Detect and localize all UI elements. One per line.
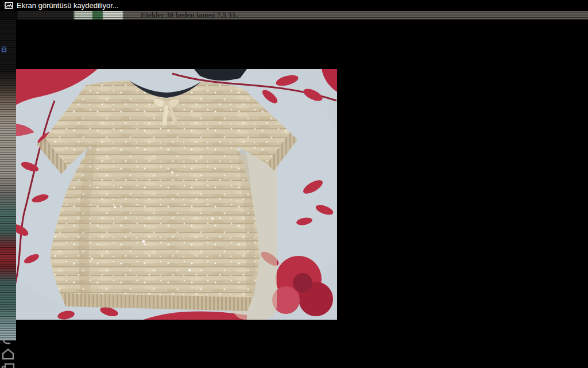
recents-icon — [0, 362, 16, 368]
home-button[interactable] — [0, 347, 588, 362]
status-notification-text: Ekran görüntüsü kaydediliyor... — [17, 1, 119, 10]
post-date: 2 Şubat 2015 — [0, 21, 588, 31]
background-page-left-edge: B — [0, 20, 16, 340]
screenshot-icon — [5, 2, 13, 9]
home-icon — [0, 347, 16, 360]
header-actions — [0, 31, 588, 59]
open-external-button[interactable] — [0, 31, 588, 45]
background-page-header: Etekler 38 beden tanesi 7.5 TL — [0, 10, 588, 20]
recents-button[interactable] — [0, 362, 588, 368]
photo-illustration — [0, 69, 337, 320]
close-button[interactable] — [0, 45, 588, 59]
status-bar: Ekran görüntüsü kaydediliyor... — [0, 0, 588, 11]
main-photo[interactable] — [0, 69, 588, 322]
background-page-right-edge — [572, 20, 588, 340]
photo-viewer-dialog: pureblue 2 Şubat 2015 Orjinal konumunda … — [0, 10, 588, 332]
android-nav-bar — [0, 332, 588, 368]
show-original-location-link[interactable]: Orjinal konumunda göster — [0, 59, 588, 69]
image-counter: 11/16 — [0, 322, 588, 332]
background-logo-letter: B — [1, 45, 7, 54]
back-button[interactable] — [0, 332, 588, 347]
background-page-heading: Etekler 38 beden tanesi 7.5 TL — [141, 10, 238, 20]
